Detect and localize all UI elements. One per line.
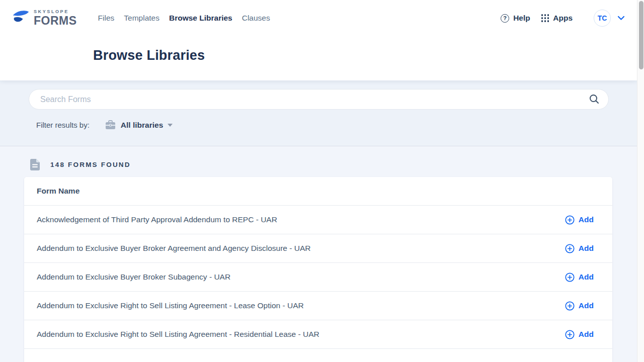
apps-grid-icon	[541, 14, 549, 22]
forms-table-card: Form Name Acknowledgement of Third Party…	[24, 177, 612, 362]
add-button-label: Add	[579, 301, 594, 310]
library-filter-value: All libraries	[121, 121, 163, 130]
skyslope-swoosh-icon	[11, 9, 30, 27]
nav-item-templates[interactable]: Templates	[124, 14, 159, 23]
add-button-label: Add	[579, 215, 594, 224]
page-title: Browse Libraries	[93, 48, 637, 63]
add-form-button[interactable]: Add	[565, 301, 594, 311]
topbar-right: ? Help Apps TC	[501, 10, 625, 27]
plus-circle-icon	[565, 301, 575, 311]
caret-down-icon	[168, 124, 173, 127]
results-count-label: 148 FORMS FOUND	[50, 161, 131, 168]
table-body: Acknowledgement of Third Party Approval …	[24, 206, 612, 349]
nav-item-files[interactable]: Files	[98, 14, 115, 23]
column-header-form-name: Form Name	[37, 187, 79, 196]
add-form-button[interactable]: Add	[565, 215, 594, 225]
table-row: Acknowledgement of Third Party Approval …	[24, 206, 612, 234]
plus-circle-icon	[565, 244, 575, 253]
help-icon: ?	[501, 14, 509, 23]
add-form-button[interactable]: Add	[565, 273, 594, 282]
nav-item-browse-libraries[interactable]: Browse Libraries	[169, 14, 232, 23]
apps-button[interactable]: Apps	[541, 14, 573, 23]
briefcase-icon	[105, 120, 116, 130]
document-icon	[30, 159, 40, 170]
results-section: 148 FORMS FOUND Form Name Acknowledgemen…	[0, 146, 637, 362]
table-row: Addendum to Exclusive Right to Sell List…	[24, 292, 612, 320]
form-name-cell: Addendum to Exclusive Buyer Broker Subag…	[37, 273, 565, 282]
add-form-button[interactable]: Add	[565, 330, 594, 339]
add-button-label: Add	[579, 330, 594, 339]
table-row: Addendum to Exclusive Buyer Broker Subag…	[24, 263, 612, 292]
form-name-cell: Acknowledgement of Third Party Approval …	[37, 215, 565, 224]
library-filter-dropdown[interactable]: All libraries	[121, 121, 173, 130]
form-name-cell: Addendum to Exclusive Buyer Broker Agree…	[37, 244, 565, 253]
logo-bottom-label: FORMS	[34, 15, 77, 27]
search-icon[interactable]	[589, 94, 600, 105]
user-avatar[interactable]: TC	[594, 10, 611, 27]
vertical-scrollbar[interactable]	[637, 0, 644, 362]
header: SKYSLOPE FORMS Files Templates Browse Li…	[0, 0, 637, 80]
help-button[interactable]: ? Help	[501, 14, 530, 23]
add-button-label: Add	[579, 273, 594, 282]
chevron-down-icon	[617, 16, 625, 21]
plus-circle-icon	[565, 330, 575, 339]
help-label: Help	[513, 14, 530, 23]
filter-label: Filter results by:	[36, 121, 90, 129]
table-row: Addendum to Exclusive Right to Sell List…	[24, 320, 612, 349]
scrollbar-thumb[interactable]	[639, 1, 643, 69]
account-menu-button[interactable]	[617, 16, 625, 21]
next-row-partial	[24, 349, 612, 362]
plus-circle-icon	[565, 215, 575, 225]
nav-item-clauses[interactable]: Clauses	[242, 14, 270, 23]
skyslope-forms-logo[interactable]: SKYSLOPE FORMS	[11, 9, 77, 27]
main-nav: Files Templates Browse Libraries Clauses	[98, 14, 270, 23]
search-input[interactable]	[29, 89, 609, 110]
logo-top-label: SKYSLOPE	[34, 10, 77, 14]
table-row: Addendum to Exclusive Buyer Broker Agree…	[24, 234, 612, 263]
search-bar	[29, 89, 609, 110]
logo-text: SKYSLOPE FORMS	[34, 10, 77, 27]
form-name-cell: Addendum to Exclusive Right to Sell List…	[37, 330, 565, 339]
results-count-row: 148 FORMS FOUND	[0, 146, 637, 170]
table-header-row: Form Name	[24, 177, 612, 206]
topbar: SKYSLOPE FORMS Files Templates Browse Li…	[0, 0, 637, 36]
filter-section: Filter results by: All libraries	[0, 80, 637, 146]
form-name-cell: Addendum to Exclusive Right to Sell List…	[37, 301, 565, 310]
filter-row: Filter results by: All libraries	[36, 120, 637, 130]
add-button-label: Add	[579, 244, 594, 253]
add-form-button[interactable]: Add	[565, 244, 594, 253]
plus-circle-icon	[565, 273, 575, 282]
apps-label: Apps	[553, 14, 573, 23]
app-viewport: SKYSLOPE FORMS Files Templates Browse Li…	[0, 0, 637, 362]
